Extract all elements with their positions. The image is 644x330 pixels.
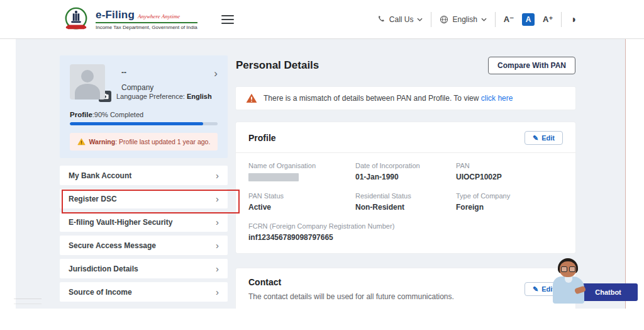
header-divider [495,12,496,27]
sidebar-item-efiling-vault[interactable]: E-filing Vault-Higher Security› [60,212,228,232]
pencil-icon: ✎ [533,286,538,293]
alert-triangle-icon [246,93,257,103]
field-residential-status: Residential Status Non-Resident [355,192,456,212]
profile-sidebar: -- Company › Language Preference: Englis… [60,55,228,305]
profile-edit-button[interactable]: ✎ Edit [525,131,563,145]
field-name-of-organisation: Name of Organisation [248,162,355,181]
hamburger-menu-icon[interactable] [221,15,234,24]
call-us-label: Call Us [389,15,414,24]
sidebar-menu: My Bank Account› Register DSC› E-filing … [60,166,228,302]
phone-icon [377,15,386,23]
redacted-value [248,173,299,181]
pan-mismatch-alert: There is a mismatch of details between P… [236,87,575,110]
alert-text: There is a mismatch of details between P… [264,94,513,103]
header-divider [431,12,431,27]
profile-chevron-right-icon[interactable]: › [214,68,218,100]
call-us-dropdown[interactable]: Call Us [377,15,423,24]
pencil-icon: ✎ [533,135,538,142]
sidebar-item-secure-access-message[interactable]: Secure Access Message› [60,236,228,255]
language-label: English [452,15,477,24]
divider [236,152,575,153]
field-date-of-incorporation: Date of Incorporation 01-Jan-1990 [355,162,456,181]
contrast-toggle-icon[interactable]: ◑ [570,14,576,25]
profile-warning-banner: Warning: Profile last updated 1 year ago… [70,133,218,151]
page-title: Personal Details [236,59,319,72]
top-header: e-Filing Anywhere Anytime Income Tax Dep… [0,0,644,39]
brand-logo-group: e-Filing Anywhere Anytime Income Tax Dep… [63,6,234,33]
font-increase-button[interactable]: A⁺ [543,14,553,24]
watermark-artifact [14,299,42,304]
compare-with-pan-button[interactable]: Compare With PAN [488,57,575,74]
sidebar-item-register-dsc[interactable]: Register DSC› [60,189,228,208]
contact-section-card: Contact The contact details will be used… [236,268,575,309]
profile-name: -- [121,68,214,77]
click-here-link[interactable]: click here [481,94,513,103]
screen-edge-artifact [625,0,626,309]
brand-tagline: Anywhere Anytime [138,13,180,20]
language-preference: Language Preference: English [116,93,212,100]
page-body: -- Company › Language Preference: Englis… [16,39,626,309]
field-type-of-company: Type of Company Foreign [456,192,563,212]
profile-progress-bar [70,122,218,125]
chevron-right-icon: › [216,287,219,297]
profile-warning-text: Warning: Profile last updated 1 year ago… [89,138,211,145]
chevron-right-icon: › [216,240,219,251]
profile-section-title: Profile [248,133,276,143]
profile-summary-card: -- Company › Language Preference: Englis… [60,55,228,158]
language-dropdown[interactable]: English [440,15,486,24]
warning-triangle-icon [77,138,86,145]
chevron-right-icon: › [216,263,219,274]
contact-section-title: Contact [248,277,454,287]
profile-section-card: Profile ✎ Edit Name of Organisation Date… [236,122,575,253]
brand-name: e-Filing [96,9,135,21]
field-pan: PAN UIOCP1002P [456,162,563,181]
chevron-down-icon [481,18,487,21]
field-pan-status: PAN Status Active [248,192,355,212]
chevron-right-icon: › [216,170,219,181]
chevron-right-icon: › [216,193,219,204]
brand-subtitle: Income Tax Department, Government of Ind… [96,25,197,30]
main-content: Personal Details Compare With PAN There … [236,39,575,309]
avatar [70,64,105,100]
contact-section-subtitle: The contact details will be used for all… [248,292,454,301]
chevron-down-icon [417,18,423,21]
globe-icon [440,15,448,24]
profile-progress-fill [70,122,203,125]
header-divider [561,12,562,27]
income-tax-emblem-icon [63,6,89,33]
chatbot-avatar[interactable] [550,258,587,304]
chatbot-button[interactable]: Chatbot [579,283,638,301]
sidebar-item-source-of-income[interactable]: Source of Income› [60,282,228,302]
profile-type: Company [121,83,214,92]
font-decrease-button[interactable]: A⁻ [504,14,514,24]
sidebar-item-my-bank-account[interactable]: My Bank Account› [60,166,228,185]
profile-completion-label: Profile:90% Completed [70,111,218,118]
field-fcrn: FCRN (Foreign Company Registration Numbe… [248,222,563,242]
chevron-right-icon: › [216,217,219,227]
font-normal-button[interactable]: A [522,13,535,26]
sidebar-item-jurisdiction-details[interactable]: Jurisdiction Details› [60,259,228,278]
